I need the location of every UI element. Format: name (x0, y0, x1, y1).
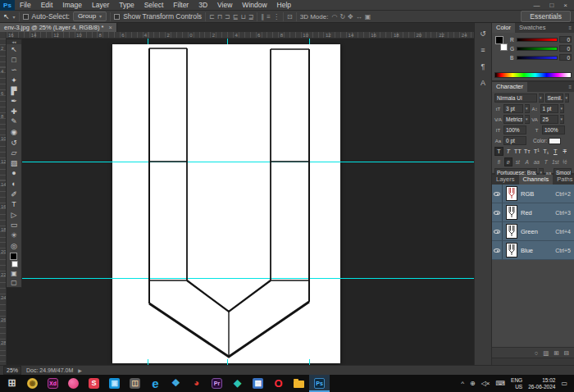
minimize-button[interactable]: — (533, 0, 540, 11)
file-explorer-icon[interactable] (289, 375, 309, 392)
marquee-tool[interactable]: □ (7, 55, 21, 66)
panel-resize-strip[interactable] (492, 358, 574, 365)
font-family-field[interactable]: Nirmala UI (494, 93, 537, 103)
chevron-down-icon[interactable]: ▾ (539, 93, 544, 103)
visibility-toggle[interactable] (492, 185, 503, 203)
lasso-tool[interactable]: ∽ (7, 65, 21, 75)
shape-tool[interactable]: ▭ (7, 220, 21, 230)
chevron-down-icon[interactable]: ▾ (525, 115, 530, 124)
close-button[interactable]: × (563, 0, 567, 11)
healing-brush-tool[interactable]: ✚ (7, 107, 21, 117)
tracking-field[interactable]: 25 (540, 115, 558, 124)
channel-value-field[interactable]: 0 (559, 36, 572, 43)
chevron-down-icon[interactable]: ▾ (565, 93, 570, 103)
auto-select-target-dropdown[interactable]: Group ▾ (73, 11, 107, 21)
discretionary-ligatures-button[interactable]: st (513, 157, 522, 166)
transform-bounds-icon[interactable]: ⊡ (287, 13, 293, 21)
volume-muted-icon[interactable]: ◁× (481, 380, 490, 387)
auto-select-checkbox[interactable] (23, 14, 29, 20)
faux-italic-button[interactable]: T (504, 147, 513, 156)
restore-button[interactable]: □ (549, 0, 554, 11)
language-indicator[interactable]: ENG US (511, 377, 522, 390)
adobe-xd-icon[interactable]: Xd (43, 375, 63, 392)
distribute-icon[interactable]: ⋮ (273, 13, 280, 21)
swash-button[interactable]: A (523, 157, 532, 166)
pen-tool[interactable]: ✐ (7, 189, 21, 199)
align-icon[interactable]: ⊑ (233, 13, 239, 21)
tab-character[interactable]: Character (492, 82, 527, 92)
photoshop-app-icon[interactable]: Ps (309, 375, 330, 392)
show-transform-controls-checkbox[interactable] (114, 14, 120, 20)
tab-color[interactable]: Color (492, 23, 515, 33)
faux-bold-button[interactable]: T (494, 147, 503, 156)
titling-alternates-button[interactable]: T (542, 157, 551, 166)
panel-menu-icon[interactable]: ≡ (568, 23, 574, 33)
touch-keyboard-icon[interactable]: ⌨ (496, 380, 506, 387)
photos-app-icon[interactable]: ◫ (125, 375, 145, 392)
align-icon[interactable]: ⊔ (240, 13, 245, 21)
align-icon[interactable]: ⊓ (217, 13, 222, 21)
font-size-field[interactable]: 3 pt (503, 104, 523, 113)
save-selection-icon[interactable]: ▥ (543, 349, 549, 357)
background-color-swatch[interactable] (500, 43, 508, 51)
eyedropper-tool[interactable]: ✒ (7, 96, 21, 107)
visibility-toggle[interactable] (492, 222, 503, 240)
distribute-icon[interactable]: ≡ (266, 13, 271, 21)
channel-row[interactable]: Green Ctrl+4 (492, 222, 574, 241)
horizontal-ruler[interactable]: 161412108642024681012141618202224 (7, 32, 474, 38)
foreground-background-swatches[interactable] (494, 36, 508, 70)
new-channel-icon[interactable]: ⊞ (554, 349, 558, 357)
foreground-background-swatches[interactable] (9, 253, 19, 267)
load-selection-icon[interactable]: ○ (535, 349, 539, 357)
blur-tool[interactable]: ● (7, 168, 21, 179)
media-player-icon[interactable]: ❖ (166, 375, 186, 392)
color-spectrum-ramp[interactable] (494, 72, 572, 78)
tool-preset-caret-icon[interactable]: ▾ (13, 14, 16, 20)
start-button[interactable]: ⊞ (2, 375, 22, 392)
document-tab[interactable]: env-3.jpg @ 25% (Layer 4, RGB/8) * × (0, 23, 117, 32)
channel-row[interactable]: Red Ctrl+3 (492, 203, 574, 222)
type-tool[interactable]: T (7, 199, 21, 210)
chevron-down-icon[interactable]: ▾ (525, 104, 530, 113)
foreground-color-swatch[interactable] (10, 253, 17, 260)
tab-swatches[interactable]: Swatches (515, 23, 550, 33)
tab-layers[interactable]: Layers (492, 175, 519, 185)
history-panel-icon[interactable]: ↺ (480, 30, 486, 38)
color-slider[interactable] (517, 38, 558, 42)
clock[interactable]: 15:02 26-06-2024 (528, 377, 555, 390)
move-tool-icon[interactable]: ↖ (3, 12, 10, 21)
properties-panel-icon[interactable]: ≡ (481, 46, 485, 54)
small-caps-button[interactable]: Tᴛ (523, 147, 532, 156)
channel-row[interactable]: Blue Ctrl+5 (492, 241, 574, 260)
chevron-down-icon[interactable]: ▾ (560, 104, 565, 113)
opera-browser-icon[interactable]: O (268, 375, 289, 392)
menu-item[interactable]: Image (57, 0, 87, 11)
status-options-arrow-icon[interactable]: ▶ (78, 367, 82, 373)
chevron-down-icon[interactable]: ▾ (560, 115, 565, 124)
3d-mode-icon[interactable]: ◠ (331, 13, 337, 21)
canvas[interactable] (112, 44, 340, 363)
channel-value-field[interactable]: 0 (559, 45, 572, 52)
path-selection-tool[interactable]: ▷ (7, 210, 21, 221)
text-color-swatch[interactable] (549, 138, 561, 144)
network-icon[interactable]: ⊕ (470, 380, 476, 387)
panel-menu-icon[interactable]: ≡ (568, 82, 574, 92)
vertical-scale-field[interactable]: 100% (503, 125, 526, 134)
leading-field[interactable]: 1 pt (540, 104, 558, 113)
ruler-origin-corner[interactable] (0, 32, 7, 39)
hand-tool[interactable]: ✳ (7, 230, 21, 241)
disc-app-icon[interactable]: ◉ (22, 375, 43, 392)
crop-tool[interactable]: ▛ (7, 85, 21, 96)
menu-item[interactable]: Help (272, 0, 296, 11)
close-tab-icon[interactable]: × (108, 23, 112, 32)
color-slider[interactable] (517, 56, 558, 60)
foreground-color-swatch[interactable] (495, 36, 503, 44)
premiere-pro-icon[interactable]: Pr (207, 375, 227, 392)
s-app-icon[interactable]: S (84, 375, 104, 392)
menu-item[interactable]: View (212, 0, 237, 11)
office-app-icon[interactable]: ▤ (248, 375, 268, 392)
stylistic-alternates-button[interactable]: aa (532, 157, 541, 166)
notification-center-icon[interactable]: ▭ (561, 380, 567, 387)
tab-paths[interactable]: Paths (553, 175, 574, 185)
sketchup-app-icon[interactable]: ◕ (186, 375, 207, 392)
